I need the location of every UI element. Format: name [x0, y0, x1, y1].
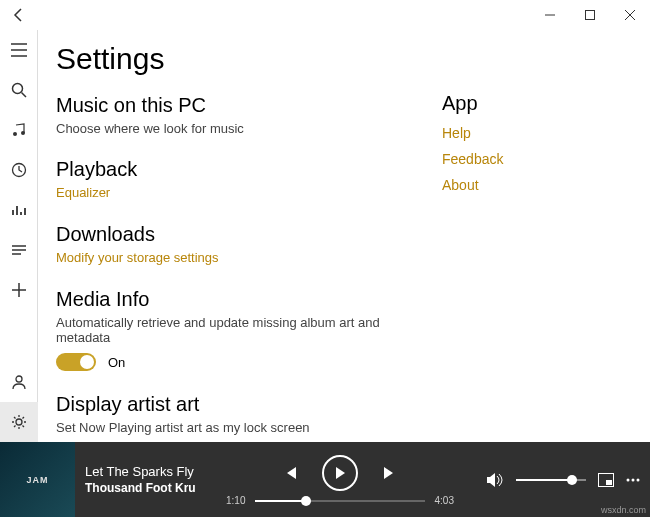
miniplayer-button[interactable]	[598, 473, 614, 487]
close-button[interactable]	[610, 0, 650, 30]
maximize-icon	[585, 10, 595, 20]
volume-thumb	[567, 475, 577, 485]
back-button[interactable]	[0, 0, 38, 30]
progress-thumb	[301, 496, 311, 506]
volume-fill	[516, 479, 572, 481]
svg-point-2	[13, 84, 23, 94]
person-icon	[11, 374, 27, 390]
plus-icon	[12, 283, 26, 297]
sidebar-new-playlist[interactable]	[0, 270, 38, 310]
titlebar	[0, 0, 650, 30]
svg-point-5	[21, 131, 25, 135]
svg-rect-1	[586, 11, 595, 20]
player-bar: JAM Let The Sparks Fly Thousand Foot Kru…	[0, 442, 650, 517]
artist-art-section-title: Display artist art	[56, 393, 422, 416]
storage-settings-link[interactable]: Modify your storage settings	[56, 250, 219, 265]
track-artist: Thousand Foot Kru	[85, 481, 220, 495]
sidebar-account[interactable]	[0, 362, 38, 402]
about-link[interactable]: About	[442, 177, 632, 193]
volume-icon	[486, 472, 504, 488]
music-note-icon	[11, 122, 27, 138]
album-art-label: JAM	[26, 475, 48, 485]
back-arrow-icon	[11, 7, 27, 23]
sidebar	[0, 30, 38, 442]
sidebar-now-playing[interactable]	[0, 190, 38, 230]
next-icon	[382, 465, 398, 481]
more-button[interactable]	[626, 478, 640, 482]
elapsed-time: 1:10	[226, 495, 245, 506]
track-title: Let The Sparks Fly	[85, 464, 220, 479]
next-button[interactable]	[378, 461, 402, 485]
gear-icon	[11, 414, 27, 430]
previous-button[interactable]	[278, 461, 302, 485]
media-info-section-title: Media Info	[56, 288, 422, 311]
close-icon	[625, 10, 635, 20]
svg-point-4	[13, 132, 17, 136]
content-area: Settings Music on this PC Choose where w…	[38, 30, 650, 442]
more-icon	[626, 478, 640, 482]
watermark: wsxdn.com	[601, 505, 646, 515]
downloads-section-title: Downloads	[56, 223, 422, 246]
volume-slider[interactable]	[516, 479, 586, 481]
svg-point-12	[632, 478, 635, 481]
page-title: Settings	[56, 42, 422, 76]
album-art[interactable]: JAM	[0, 442, 75, 517]
svg-point-13	[637, 478, 640, 481]
sidebar-music[interactable]	[0, 110, 38, 150]
progress-slider[interactable]	[255, 500, 424, 502]
sidebar-settings[interactable]	[0, 402, 38, 442]
svg-point-11	[627, 478, 630, 481]
volume-button[interactable]	[486, 472, 504, 488]
play-icon	[333, 466, 347, 480]
help-link[interactable]: Help	[442, 125, 632, 141]
total-time: 4:03	[435, 495, 454, 506]
sidebar-hamburger[interactable]	[0, 30, 38, 70]
media-info-toggle-label: On	[108, 355, 125, 370]
maximize-button[interactable]	[570, 0, 610, 30]
playlist-icon	[11, 242, 27, 258]
artist-art-desc: Set Now Playing artist art as my lock sc…	[56, 420, 422, 435]
hamburger-icon	[11, 43, 27, 57]
minimize-icon	[545, 10, 555, 20]
progress-fill	[255, 500, 306, 502]
previous-icon	[282, 465, 298, 481]
app-section-title: App	[442, 92, 632, 115]
sidebar-playlists[interactable]	[0, 230, 38, 270]
svg-point-8	[16, 419, 22, 425]
media-info-toggle[interactable]	[56, 353, 96, 371]
svg-rect-10	[606, 480, 612, 485]
music-section-title: Music on this PC	[56, 94, 422, 117]
music-section-desc: Choose where we look for music	[56, 121, 422, 136]
media-info-desc: Automatically retrieve and update missin…	[56, 315, 422, 345]
svg-line-3	[22, 93, 27, 98]
sidebar-search[interactable]	[0, 70, 38, 110]
play-button[interactable]	[322, 455, 358, 491]
bars-icon	[11, 202, 27, 218]
svg-point-7	[16, 376, 22, 382]
equalizer-link[interactable]: Equalizer	[56, 185, 110, 200]
clock-icon	[11, 162, 27, 178]
window-controls	[530, 0, 650, 30]
transport-controls	[278, 455, 402, 491]
track-info: Let The Sparks Fly Thousand Foot Kru	[75, 442, 220, 517]
feedback-link[interactable]: Feedback	[442, 151, 632, 167]
sidebar-recent[interactable]	[0, 150, 38, 190]
search-icon	[11, 82, 27, 98]
miniplayer-icon	[598, 473, 614, 487]
minimize-button[interactable]	[530, 0, 570, 30]
playback-section-title: Playback	[56, 158, 422, 181]
